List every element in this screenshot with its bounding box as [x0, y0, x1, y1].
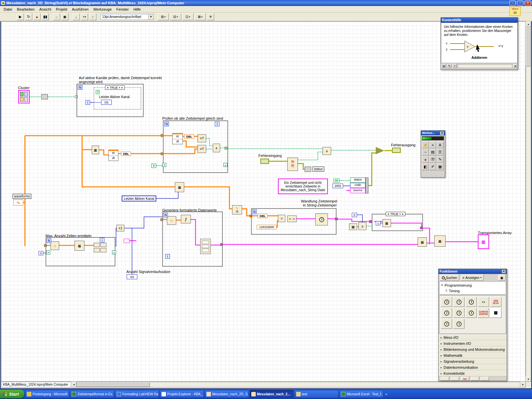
format-datetime-icon[interactable]: 1/9310:21	[490, 297, 501, 307]
minimize-button[interactable]: ─	[509, 1, 516, 5]
tool-wire-icon[interactable]: ~	[422, 149, 429, 156]
replace-array-subset-node[interactable]: ▦	[382, 219, 391, 227]
case-selector-value[interactable]: TRUE	[390, 212, 399, 216]
help-scroll-left-icon[interactable]: ◄	[513, 64, 517, 68]
vertical-scroll-thumb[interactable]	[526, 27, 531, 66]
equal-comparison-node[interactable]: =?	[198, 145, 206, 153]
stopwatch-icon[interactable]	[441, 319, 452, 329]
merge-errors-arrow-node[interactable]	[376, 147, 384, 154]
equal-comparison-node[interactable]: =?	[198, 134, 206, 142]
increment-node[interactable]: +1	[116, 225, 124, 231]
context-help-titlebar[interactable]: Kontexthilfe	[441, 18, 518, 23]
scroll-up-button[interactable]: ▲	[526, 21, 531, 27]
distribute-objects-button[interactable]: ⊟▾	[170, 13, 181, 20]
start-button[interactable]: Start	[0, 390, 24, 398]
error-in-label[interactable]: Fehlereingang	[258, 154, 282, 158]
cluster-control[interactable]	[18, 90, 30, 103]
menu-bearbeiten[interactable]: Bearbeiten	[15, 7, 37, 12]
case-selector[interactable]: ◄ TRUE ▾ ►	[386, 212, 405, 216]
error-in-terminal[interactable]	[260, 159, 269, 164]
comment-active-channels[interactable]: Auf aktive Kanäle prüfen, damit Zeitstem…	[79, 76, 166, 84]
context-help-window[interactable]: Kontexthilfe Um hilfreiche Informationen…	[441, 17, 518, 70]
diagram-cleanup-button[interactable]: ✳	[207, 13, 214, 20]
i32-indicator[interactable]: I32	[127, 274, 137, 279]
auto-tool-led[interactable]	[422, 136, 444, 140]
error-code-constant[interactable]: 1802	[332, 184, 343, 188]
waveform-unbundle-node[interactable]: t0 dt	[108, 150, 118, 161]
category-signalverarbeitung[interactable]: ▸Signalverarbeitung	[439, 358, 507, 364]
abort-button[interactable]: ●	[33, 13, 41, 20]
tool-paint-icon[interactable]: ✐	[429, 163, 436, 170]
category-konnektivitaet[interactable]: ▸Konnektivität	[439, 370, 507, 376]
seconds-to-datetime-node[interactable]	[315, 213, 328, 225]
case-next-icon[interactable]: ►	[402, 213, 404, 215]
step-over-button[interactable]: ↦	[81, 13, 88, 20]
loop-iteration-terminal[interactable]: i	[85, 100, 90, 105]
tick-count-icon[interactable]	[441, 297, 452, 307]
tool-menu-icon[interactable]: ▤	[429, 149, 436, 156]
last-active-channel-text[interactable]: Letzter Aktiver Kanal	[99, 95, 130, 99]
menu-hilfe[interactable]: Hilfe	[131, 7, 143, 12]
dbl-coercion[interactable]: DBL	[121, 152, 131, 156]
dbl-coercion[interactable]: DBL	[258, 214, 268, 218]
task-messdaten-2d[interactable]: Messdaten_nach_2D_S...	[205, 390, 249, 398]
step-into-button[interactable]: ↓	[72, 13, 80, 20]
zero-constant[interactable]: 0	[352, 213, 357, 217]
loop-count-terminal[interactable]: N	[47, 238, 51, 243]
tool-probe-icon[interactable]: Ⓟ	[429, 156, 436, 163]
tree-item-programmierung[interactable]: ▼ Programmierung	[441, 282, 504, 288]
scroll-down-button[interactable]: ▼	[526, 376, 531, 382]
run-button[interactable]: ▶	[17, 13, 24, 20]
menu-ansicht[interactable]: Ansicht	[37, 7, 54, 12]
merge-errors-node[interactable]: ?! ?!	[287, 158, 298, 171]
menu-werkzeuge[interactable]: Werkzeuge	[91, 7, 114, 12]
horizontal-scroll-thumb[interactable]	[77, 382, 150, 387]
max-min-node[interactable]	[100, 243, 106, 247]
tool-extra-icon[interactable]: ▦	[437, 163, 444, 170]
cluster-to-array-node[interactable]	[41, 94, 48, 99]
datetime-string-icon[interactable]: 12:00:0111/07/01	[478, 308, 489, 318]
align-objects-button[interactable]: ⊞▾	[158, 13, 169, 20]
error-out-label[interactable]: Fehlerausgang	[391, 143, 415, 147]
shift-register-left[interactable]: ▼	[46, 250, 50, 254]
help-lock-button[interactable]: ✎	[447, 64, 452, 68]
functions-palette-titlebar[interactable]: Funktionen ✕	[439, 269, 507, 274]
font-selector[interactable]: 13pt Anwendungsschriftart ▼	[100, 14, 154, 20]
task-test-folder[interactable]: test	[295, 390, 338, 398]
tool-operate-icon[interactable]: ☝	[422, 141, 429, 148]
case-selector[interactable]: ◄ TRUE ▾ ►	[105, 85, 125, 90]
task-zeitstempelformat[interactable]: Zeitstempelformat in Ex...	[70, 390, 114, 398]
wait-multiple-icon[interactable]	[466, 297, 477, 307]
dbl-coercion[interactable]: DBL	[184, 134, 194, 139]
pause-button[interactable]: ▮▮	[42, 13, 49, 20]
comment-max-cells[interactable]: Max. Anzahl Zellen ermitteln	[46, 234, 91, 238]
loop-count-terminal[interactable]: N	[252, 209, 257, 214]
max-min-node[interactable]	[94, 248, 100, 252]
bundle-by-name-node[interactable]: status code source	[350, 178, 365, 194]
seconds-to-datetime-icon[interactable]	[453, 308, 465, 318]
get-datetime-icon[interactable]	[441, 308, 452, 318]
menu-fenster[interactable]: Fenster	[114, 7, 131, 12]
comment-generate-values[interactable]: Generiere formatierte Datenwerte	[162, 208, 217, 212]
case-next-icon[interactable]: ►	[121, 86, 123, 89]
loop-count-terminal[interactable]: N	[164, 122, 169, 126]
array-size-node[interactable]: ▦	[349, 223, 357, 230]
wait-ms-icon[interactable]	[453, 297, 465, 307]
build-array-node[interactable]	[200, 239, 211, 254]
cluster-label[interactable]: Cluster	[18, 86, 30, 90]
elapsed-time-icon[interactable]	[453, 319, 465, 329]
waveforms-terminal[interactable]: ∿	[13, 200, 23, 205]
case-prev-icon[interactable]: ◄	[106, 86, 109, 89]
case-down-icon[interactable]: ▾	[399, 213, 401, 215]
tf-constant[interactable]: TF	[333, 179, 339, 183]
greater-comparison-node[interactable]: >	[278, 215, 285, 222]
express-vi-icon[interactable]	[490, 308, 501, 318]
diagram-tab[interactable]: KBA_MultiMess_1024.lvproj/Mein Computer	[1, 382, 71, 387]
task-messdaten-active[interactable]: Messdaten_nach_2...	[250, 390, 294, 398]
title-bar[interactable]: Messdaten_nach_2D_String(SubVi).vi Block…	[0, 0, 532, 6]
partial-icon[interactable]	[441, 377, 449, 381]
task-excel[interactable]: Microsoft Excel - Test_f...	[339, 390, 383, 398]
transposed-array-indicator[interactable]: ▦	[478, 234, 489, 249]
case-down-icon[interactable]: ▾	[119, 86, 120, 89]
transpose-2d-array-node[interactable]: ▦	[434, 235, 446, 247]
